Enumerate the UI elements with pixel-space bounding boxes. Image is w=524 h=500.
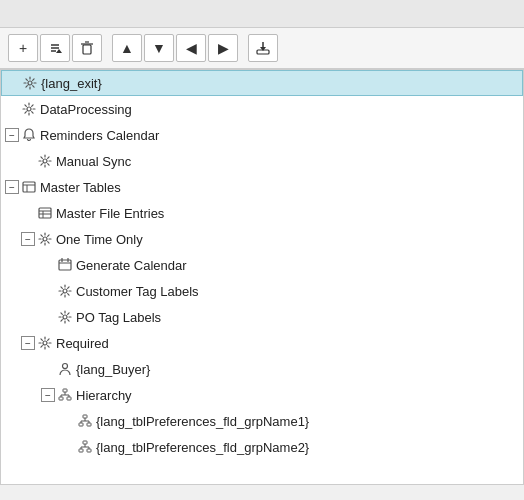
expand-placeholder-generate_calendar: [41, 258, 55, 272]
svg-rect-44: [79, 449, 83, 452]
svg-rect-29: [63, 389, 67, 392]
svg-point-12: [43, 159, 47, 163]
tree-item-required[interactable]: − Required: [1, 330, 523, 356]
expand-icon-reminders_calendar[interactable]: −: [5, 128, 19, 142]
svg-rect-16: [39, 208, 51, 218]
expand-placeholder-master_file_entries: [21, 206, 35, 220]
tree-item-label-lang_buyer: {lang_Buyer}: [76, 362, 150, 377]
hierarchy-icon-lang_tblPreferences_fld_grpName1: [77, 413, 93, 429]
tree-item-lang_exit[interactable]: {lang_exit}: [1, 70, 523, 96]
tree-item-hierarchy[interactable]: −Hierarchy: [1, 382, 523, 408]
tree-item-label-manual_sync: Manual Sync: [56, 154, 131, 169]
bell-icon-reminders_calendar: [21, 127, 37, 143]
hierarchy-icon-lang_tblPreferences_fld_grpName2: [77, 439, 93, 455]
expand-placeholder-customer_tag_labels: [41, 284, 55, 298]
svg-rect-38: [87, 423, 91, 426]
svg-point-10: [28, 81, 32, 85]
toolbar: + ▲ ▼ ◀ ▶: [0, 28, 524, 69]
delete-button[interactable]: [72, 34, 102, 62]
tree-item-label-master_file_entries: Master File Entries: [56, 206, 164, 221]
move-down-button[interactable]: ▼: [144, 34, 174, 62]
svg-marker-3: [56, 49, 62, 53]
svg-rect-13: [23, 182, 35, 192]
expand-icon-master_tables[interactable]: −: [5, 180, 19, 194]
tree-item-label-data_processing: DataProcessing: [40, 102, 132, 117]
svg-point-25: [63, 289, 67, 293]
svg-rect-4: [83, 45, 91, 54]
tree-container: {lang_exit} DataProcessing−Reminders Cal…: [0, 69, 524, 485]
svg-point-20: [43, 237, 47, 241]
gear-icon-po_tag_labels: [57, 309, 73, 325]
tree-item-manual_sync[interactable]: Manual Sync: [1, 148, 523, 174]
tree-item-generate_calendar[interactable]: Generate Calendar: [1, 252, 523, 278]
expand-icon-hierarchy[interactable]: −: [41, 388, 55, 402]
tree-item-label-lang_tblPreferences_fld_grpName2: {lang_tblPreferences_fld_grpName2}: [96, 440, 309, 455]
tree-item-label-hierarchy: Hierarchy: [76, 388, 132, 403]
tree-item-master_tables[interactable]: −Master Tables: [1, 174, 523, 200]
expand-icon-required[interactable]: −: [21, 336, 35, 350]
gear-icon-customer_tag_labels: [57, 283, 73, 299]
svg-point-28: [63, 364, 68, 369]
svg-rect-21: [59, 260, 71, 270]
svg-point-27: [43, 341, 47, 345]
tree-item-label-lang_tblPreferences_fld_grpName1: {lang_tblPreferences_fld_grpName1}: [96, 414, 309, 429]
sort-button[interactable]: [40, 34, 70, 62]
tree-item-data_processing[interactable]: DataProcessing: [1, 96, 523, 122]
expand-placeholder-data_processing: [5, 102, 19, 116]
svg-rect-31: [67, 397, 71, 400]
svg-point-11: [27, 107, 31, 111]
table-icon-master_tables: [21, 179, 37, 195]
expand-placeholder-lang_tblPreferences_fld_grpName2: [61, 440, 75, 454]
tree-item-lang_tblPreferences_fld_grpName1[interactable]: {lang_tblPreferences_fld_grpName1}: [1, 408, 523, 434]
tree-item-label-one_time_only: One Time Only: [56, 232, 143, 247]
move-up-button[interactable]: ▲: [112, 34, 142, 62]
expand-placeholder-manual_sync: [21, 154, 35, 168]
tree-item-customer_tag_labels[interactable]: Customer Tag Labels: [1, 278, 523, 304]
svg-point-26: [63, 315, 67, 319]
svg-rect-36: [83, 415, 87, 418]
move-right-button[interactable]: ▶: [208, 34, 238, 62]
tree-item-label-po_tag_labels: PO Tag Labels: [76, 310, 161, 325]
tree-item-master_file_entries[interactable]: Master File Entries: [1, 200, 523, 226]
expand-placeholder-lang_buyer: [41, 362, 55, 376]
tree-item-lang_tblPreferences_fld_grpName2[interactable]: {lang_tblPreferences_fld_grpName2}: [1, 434, 523, 460]
move-left-button[interactable]: ◀: [176, 34, 206, 62]
tree-item-label-reminders_calendar: Reminders Calendar: [40, 128, 159, 143]
add-button[interactable]: +: [8, 34, 38, 62]
tree-item-label-customer_tag_labels: Customer Tag Labels: [76, 284, 199, 299]
tree-item-lang_buyer[interactable]: {lang_Buyer}: [1, 356, 523, 382]
svg-rect-43: [83, 441, 87, 444]
top-bar: [0, 0, 524, 28]
hierarchy-icon-hierarchy: [57, 387, 73, 403]
tree-item-label-master_tables: Master Tables: [40, 180, 121, 195]
tree-item-label-lang_exit: {lang_exit}: [41, 76, 102, 91]
person-icon-lang_buyer: [57, 361, 73, 377]
expand-placeholder-lang_tblPreferences_fld_grpName1: [61, 414, 75, 428]
export-button[interactable]: [248, 34, 278, 62]
gear-icon-one_time_only: [37, 231, 53, 247]
cal-icon-generate_calendar: [57, 257, 73, 273]
expand-placeholder-lang_exit: [6, 76, 20, 90]
svg-rect-45: [87, 449, 91, 452]
gear-icon-lang_exit: [22, 75, 38, 91]
list-icon-master_file_entries: [37, 205, 53, 221]
svg-rect-30: [59, 397, 63, 400]
tree-item-po_tag_labels[interactable]: PO Tag Labels: [1, 304, 523, 330]
svg-rect-37: [79, 423, 83, 426]
gear-icon-manual_sync: [37, 153, 53, 169]
gear-icon-required: [37, 335, 53, 351]
gear-icon-data_processing: [21, 101, 37, 117]
tree-item-label-required: Required: [56, 336, 109, 351]
expand-placeholder-po_tag_labels: [41, 310, 55, 324]
tree-item-label-generate_calendar: Generate Calendar: [76, 258, 187, 273]
tree-item-one_time_only[interactable]: − One Time Only: [1, 226, 523, 252]
expand-icon-one_time_only[interactable]: −: [21, 232, 35, 246]
tree-item-reminders_calendar[interactable]: −Reminders Calendar: [1, 122, 523, 148]
